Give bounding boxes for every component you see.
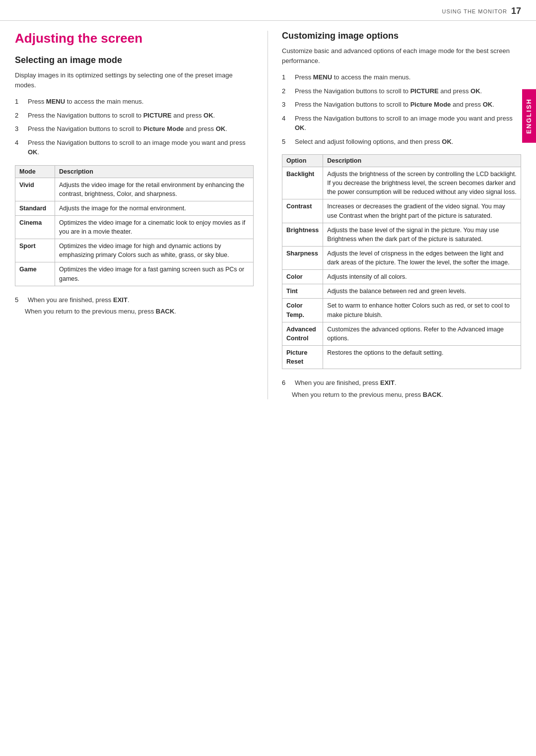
left-step-2: 2 Press the Navigation buttons to scroll…	[15, 111, 254, 121]
col-mode: Mode	[15, 165, 55, 178]
step-text: Select and adjust following options, and…	[295, 137, 453, 147]
step-text: Press the Navigation buttons to scroll t…	[295, 100, 494, 110]
step6-indent: When you return to the previous menu, pr…	[282, 390, 521, 400]
option-desc: Increases or decreases the gradient of t…	[323, 199, 521, 223]
option-desc: Set to warm to enhance hotter Colors suc…	[323, 299, 521, 322]
right-step-1: 1 Press MENU to access the main menus.	[282, 72, 521, 82]
mode-name: Vivid	[15, 178, 55, 201]
left-column: Adjusting the screen Selecting an image …	[15, 31, 268, 399]
table-row: Contrast Increases or decreases the grad…	[282, 199, 521, 223]
left-step-4: 4 Press the Navigation buttons to scroll…	[15, 138, 254, 157]
table-row: Standard Adjusts the image for the norma…	[15, 201, 254, 215]
step-num: 3	[282, 100, 292, 110]
option-desc: Restores the options to the default sett…	[323, 345, 521, 369]
option-name: Color Temp.	[282, 299, 323, 322]
option-name: Tint	[282, 284, 323, 299]
left-step-1: 1 Press MENU to access the main menus.	[15, 97, 254, 107]
step-text: Press MENU to access the main menus.	[28, 97, 143, 107]
main-content: Adjusting the screen Selecting an image …	[0, 21, 536, 414]
right-step-4: 4 Press the Navigation buttons to scroll…	[282, 114, 521, 133]
section1-intro: Display images in its optimized settings…	[15, 70, 254, 90]
option-name: Brightness	[282, 223, 323, 246]
mode-name: Standard	[15, 201, 55, 215]
right-step-2: 2 Press the Navigation buttons to scroll…	[282, 86, 521, 96]
left-step-3: 3 Press the Navigation buttons to scroll…	[15, 124, 254, 134]
option-name: Picture Reset	[282, 345, 323, 369]
page-number: 17	[511, 6, 521, 16]
step-num: 6	[282, 378, 292, 388]
mode-name: Game	[15, 262, 55, 286]
table-row: Tint Adjusts the balance between red and…	[282, 284, 521, 299]
table-row: Game Optimizes the video image for a fas…	[15, 262, 254, 286]
step-num: 1	[282, 72, 292, 82]
step-num: 3	[15, 124, 25, 134]
option-desc: Adjusts the brightness of the screen by …	[323, 167, 521, 199]
step-num: 2	[282, 86, 292, 96]
table-row: Picture Reset Restores the options to th…	[282, 345, 521, 369]
table-row: Sport Optimizes the video image for high…	[15, 239, 254, 262]
step-text: Press the Navigation buttons to scroll t…	[295, 114, 521, 133]
table-row: Cinema Optimizes the video image for a c…	[15, 215, 254, 239]
step-num: 5	[15, 295, 25, 305]
table-row: Backlight Adjusts the brightness of the …	[282, 167, 521, 199]
option-desc: Adjusts intensity of all colors.	[323, 270, 521, 284]
col-description: Description	[323, 155, 521, 167]
right-title: Customizing image options	[282, 31, 521, 41]
right-step-6: 6 When you are finished, press EXIT.	[282, 378, 521, 388]
mode-table: Mode Description Vivid Adjusts the video…	[15, 165, 254, 286]
option-desc: Customizes the advanced options. Refer t…	[323, 322, 521, 345]
step-num: 4	[282, 114, 292, 133]
mode-desc: Adjusts the video image for the retail e…	[55, 178, 254, 201]
option-desc: Adjusts the base level of the signal in …	[323, 223, 521, 246]
language-tab: ENGLISH	[522, 89, 536, 143]
right-step-5: 5 Select and adjust following options, a…	[282, 137, 521, 147]
option-desc: Adjusts the level of crispness in the ed…	[323, 246, 521, 269]
table-row: Color Temp. Set to warm to enhance hotte…	[282, 299, 521, 322]
option-name: Color	[282, 270, 323, 284]
right-column: Customizing image options Customize basi…	[268, 31, 521, 399]
step-text: Press the Navigation buttons to scroll t…	[295, 86, 482, 96]
option-name: Advanced Control	[282, 322, 323, 345]
left-steps: 1 Press MENU to access the main menus. 2…	[15, 97, 254, 157]
right-intro: Customize basic and advanced options of …	[282, 46, 521, 65]
col-option: Option	[282, 155, 323, 167]
right-step-3: 3 Press the Navigation buttons to scroll…	[282, 100, 521, 110]
step-num: 4	[15, 138, 25, 157]
right-steps: 1 Press MENU to access the main menus. 2…	[282, 72, 521, 146]
page-header: USING THE MONITOR 17	[0, 0, 536, 21]
mode-desc: Adjusts the image for the normal environ…	[55, 201, 254, 215]
section-label: USING THE MONITOR	[442, 8, 507, 14]
left-title: Adjusting the screen	[15, 31, 254, 46]
table-row: Brightness Adjusts the base level of the…	[282, 223, 521, 246]
step-text: Press MENU to access the main menus.	[295, 72, 410, 82]
step5-indent: When you return to the previous menu, pr…	[15, 307, 254, 316]
step-text: Press the Navigation buttons to scroll t…	[28, 124, 227, 134]
step-text: When you are finished, press EXIT.	[295, 378, 397, 388]
step-text: Press the Navigation buttons to scroll t…	[28, 111, 215, 121]
step-text: Press the Navigation buttons to scroll t…	[28, 138, 254, 157]
option-desc: Adjusts the balance between red and gree…	[323, 284, 521, 299]
step-num: 5	[282, 137, 292, 147]
step-num: 2	[15, 111, 25, 121]
option-name: Sharpness	[282, 246, 323, 269]
left-step5-section: 5 When you are finished, press EXIT. Whe…	[15, 295, 254, 316]
mode-name: Cinema	[15, 215, 55, 239]
mode-desc: Optimizes the video image for a cinemati…	[55, 215, 254, 239]
table-row: Advanced Control Customizes the advanced…	[282, 322, 521, 345]
right-step6-section: 6 When you are finished, press EXIT. Whe…	[282, 378, 521, 399]
table-row: Color Adjusts intensity of all colors.	[282, 270, 521, 284]
options-table: Option Description Backlight Adjusts the…	[282, 154, 521, 369]
table-row: Vivid Adjusts the video image for the re…	[15, 178, 254, 201]
mode-desc: Optimizes the video image for high and d…	[55, 239, 254, 262]
step-num: 1	[15, 97, 25, 107]
left-step-5: 5 When you are finished, press EXIT.	[15, 295, 254, 305]
mode-desc: Optimizes the video image for a fast gam…	[55, 262, 254, 286]
table-row: Sharpness Adjusts the level of crispness…	[282, 246, 521, 269]
step-text: When you are finished, press EXIT.	[28, 295, 130, 305]
option-name: Contrast	[282, 199, 323, 223]
mode-name: Sport	[15, 239, 55, 262]
option-name: Backlight	[282, 167, 323, 199]
col-description: Description	[55, 165, 254, 178]
section1-heading: Selecting an image mode	[15, 55, 254, 65]
